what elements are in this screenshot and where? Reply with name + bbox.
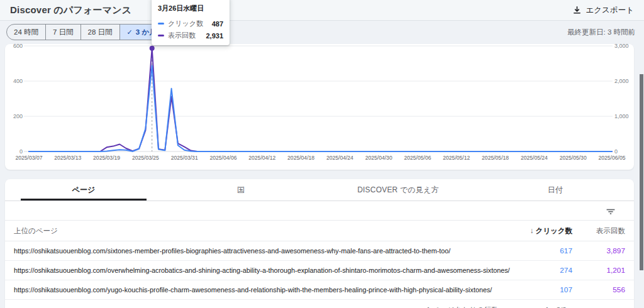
y-axis-left-tick: 200 [5,113,23,119]
series-dash-icon [158,35,164,36]
tooltip-series-value: 2,931 [206,32,223,40]
impressions-value: 3,897 [572,246,625,255]
column-clicks[interactable]: ↓クリック数 [516,226,572,236]
tooltip-series-row: クリック数487 [158,18,223,30]
table-column-headers: 上位のページ ↓クリック数 表示回数 [5,221,634,241]
tooltip-series-label: 表示回数 [168,31,196,40]
filter-icon[interactable] [604,204,618,217]
y-axis-left-tick: 600 [5,44,23,49]
download-icon [572,6,582,15]
tab-discover-appearance[interactable]: DISCOVER での見え方 [319,179,477,201]
column-impressions[interactable]: 表示回数 [572,226,625,236]
page-header: Discover のパフォーマンス エクスポート [0,0,644,21]
y-axis-left-tick: 400 [5,78,23,84]
range-label: 28 日間 [88,28,113,37]
tab-pages[interactable]: ページ [5,179,162,201]
table-filter-row [5,201,634,221]
impressions-value: 556 [572,285,625,294]
dimension-tabs: ページ国DISCOVER での見え方日付 [5,179,634,201]
page-title: Discover のパフォーマンス [10,4,131,16]
x-axis-tick: 2025/03/31 [164,155,204,161]
column-top-pages: 上位のページ [14,226,516,236]
impressions-value: 1,201 [572,266,625,275]
vertical-scrollbar[interactable] [640,74,643,270]
clicks-line [29,66,612,151]
x-axis-tick: 2025/05/06 [397,155,438,161]
range-24h-button[interactable]: 24 時間 [7,25,45,40]
x-axis-tick: 2025/05/30 [553,155,593,161]
range-28d-button[interactable]: 28 日間 [80,25,119,40]
tab-label: ページ [72,185,95,195]
y-axis-right-tick: 3,000 [614,44,629,49]
performance-chart[interactable]: 020040060001,0002,0003,0002025/03/072025… [5,44,634,170]
y-axis-right-tick: 1,000 [614,113,629,119]
highlighted-point-marker [150,46,155,51]
tooltip-series-value: 487 [212,20,223,28]
range-7d-button[interactable]: 7 日間 [45,25,80,40]
x-axis-tick: 2025/04/12 [242,155,282,161]
pagination-range: 1～3/3 [545,305,567,308]
page-url-link[interactable]: https://oshikatsuouenblog.com/overwhelmi… [14,267,516,274]
export-button[interactable]: エクスポート [572,5,634,16]
clicks-value: 274 [516,266,572,275]
next-page-icon[interactable]: › [604,305,623,308]
x-axis-tick: 2025/03/07 [9,155,49,161]
table-row[interactable]: https://oshikatsuouenblog.com/overwhelmi… [5,261,634,280]
last-updated-text: 最終更新日: 3 時間前 [567,28,635,37]
x-axis-tick: 2025/04/24 [319,155,360,161]
previous-page-icon[interactable]: ‹ [580,305,599,308]
clicks-value: 617 [516,246,572,255]
x-axis-tick: 2025/03/25 [125,155,165,161]
tooltip-series-label: クリック数 [168,19,203,28]
impressions-line [29,48,612,151]
tab-countries[interactable]: 国 [162,179,319,201]
x-axis-tick: 2025/05/18 [475,155,516,161]
x-axis-tick: 2025/05/12 [436,155,477,161]
tab-label: 国 [237,185,245,195]
tooltip-date: 3月26日水曜日 [158,4,223,13]
range-label: 7 日間 [53,28,74,37]
y-axis-right-tick: 2,000 [614,78,629,84]
page-url-link[interactable]: https://oshikatsuouenblog.com/sixtones-m… [14,247,516,255]
rows-per-page-label: 1 ページあたりの行数: [426,305,501,308]
x-axis-tick: 2025/06/05 [592,155,632,161]
range-label: 24 時間 [14,28,38,37]
tooltip-series-row: 表示回数2,931 [158,30,223,41]
pagination-bar: 1 ページあたりの行数: 10 ▾ 1～3/3 ‹ › [5,300,634,308]
x-axis-tick: 2025/03/13 [48,155,88,161]
dimensions-table-card: ページ国DISCOVER での見え方日付 上位のページ ↓クリック数 表示回数 … [5,179,634,308]
tab-dates[interactable]: 日付 [477,179,634,201]
export-label: エクスポート [586,5,634,16]
page-url-link[interactable]: https://oshikatsuouenblog.com/yugo-kouch… [14,286,516,294]
check-icon: ✓ [127,28,133,36]
y-axis-left-tick: 0 [5,148,23,155]
filter-toolbar: 24 時間7 日間28 日間✓3 か月詳細▾ 最終更新日: 3 時間前 [0,21,644,43]
table-row[interactable]: https://oshikatsuouenblog.com/yugo-kouch… [5,280,634,300]
chart-tooltip: 3月26日水曜日 クリック数487表示回数2,931 [152,0,230,45]
sort-descending-icon: ↓ [530,226,533,235]
x-axis-tick: 2025/04/30 [358,155,399,161]
clicks-value: 107 [516,285,572,294]
x-axis-tick: 2025/05/24 [514,155,554,161]
y-axis-right-tick: 0 [614,148,618,155]
x-axis-tick: 2025/04/06 [203,155,243,161]
tab-label: DISCOVER での見え方 [357,185,439,195]
selected-tab-underline [21,199,147,201]
table-row[interactable]: https://oshikatsuouenblog.com/sixtones-m… [5,241,634,261]
x-axis-tick: 2025/03/19 [87,155,127,161]
line-chart-canvas [5,44,634,170]
series-dash-icon [158,23,164,25]
x-axis-tick: 2025/04/18 [281,155,321,161]
tab-label: 日付 [548,185,563,195]
